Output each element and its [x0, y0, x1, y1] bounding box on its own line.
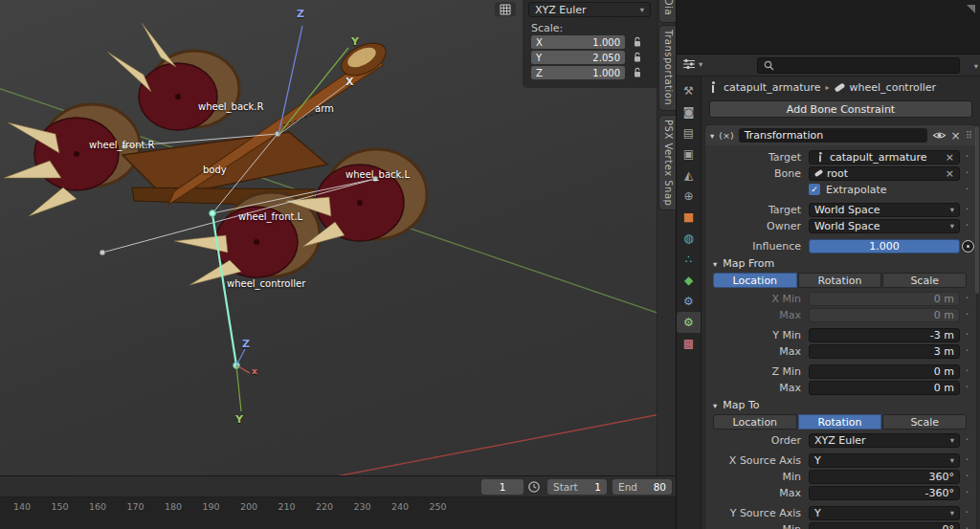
properties-header: ▾ ▾	[677, 55, 980, 77]
controller-bone-head[interactable]	[210, 210, 216, 217]
frame-end-field[interactable]: End 80	[612, 479, 672, 495]
clear-bone-icon[interactable]: ×	[946, 168, 954, 179]
map-from-max-field[interactable]: 0 m	[809, 381, 960, 395]
map-from-row: Max3 m·	[711, 343, 974, 359]
3d-viewport[interactable]: wheel_back.R arm wheel_front.R body whee…	[0, 0, 657, 475]
caret-down-icon: ▾	[950, 436, 954, 445]
properties-tab-view-layer[interactable]: ▣	[677, 143, 701, 165]
lock-icon[interactable]	[631, 51, 644, 64]
properties-tab-tool[interactable]: ⚒	[677, 80, 701, 101]
map-to-x-source-axis-dropdown[interactable]: Y▾	[809, 453, 960, 468]
map-from-tab-location[interactable]: Location	[713, 273, 797, 288]
properties-tab-particles[interactable]: ∴	[677, 249, 701, 270]
map-from-max-field[interactable]: 0 m	[809, 308, 960, 322]
map-from-header[interactable]: ▾ Map From	[713, 255, 974, 272]
map-to-order-dropdown[interactable]: XYZ Euler▾	[809, 433, 960, 448]
map-to-tab-rotation[interactable]: Rotation	[798, 414, 882, 430]
extrapolate-checkbox[interactable]: ✓	[809, 184, 820, 195]
animate-decorator-button[interactable]	[962, 240, 974, 253]
scale-x-field[interactable]: X 1.000	[531, 35, 625, 49]
properties-tab-render[interactable]: ◙	[677, 101, 701, 122]
map-to-tab-scale[interactable]: Scale	[882, 414, 967, 430]
properties-tab-bone-constraint[interactable]: ⚙	[677, 312, 701, 333]
properties-tab-world[interactable]: ⊕	[677, 186, 701, 207]
properties-tab-physics[interactable]: ◍	[677, 228, 701, 249]
drag-handle-icon[interactable]: ⠿	[966, 130, 971, 141]
lock-icon[interactable]	[631, 66, 644, 79]
breadcrumb-object[interactable]: catapult_armature	[724, 81, 821, 94]
filter-dropdown-button[interactable]: ▾	[963, 58, 978, 74]
scale-y-field[interactable]: Y 2.050	[531, 51, 625, 64]
breadcrumb-bone[interactable]: wheel_controller	[850, 81, 937, 94]
sidetab-display[interactable]: Dia	[658, 0, 676, 23]
wheel-back-right[interactable]	[139, 51, 239, 130]
target-value: catapult_armature	[830, 151, 927, 164]
delete-constraint-icon[interactable]: ×	[951, 130, 961, 142]
map-to-row: Min0°·	[711, 521, 974, 529]
search-input[interactable]	[757, 57, 960, 74]
bone-constraint-icon: ⚙	[683, 317, 694, 328]
properties-tab-output[interactable]: ▤	[677, 122, 701, 143]
current-frame-field[interactable]: 1	[481, 479, 523, 495]
map-to-row: Min360°·	[711, 469, 974, 484]
constraint-name: Transformation	[745, 129, 824, 142]
visibility-eye-icon[interactable]	[932, 130, 947, 141]
ruler-number: 150	[52, 501, 69, 512]
influence-slider[interactable]: 1.000	[809, 239, 960, 253]
clock-icon[interactable]	[527, 480, 541, 494]
sidetab-transportation[interactable]: Transportation	[658, 25, 676, 111]
expand-triangle-icon[interactable]: ▾	[710, 131, 714, 141]
map-to-min-field[interactable]: 360°	[809, 470, 960, 484]
scrollbar[interactable]	[975, 126, 979, 294]
map-to-max-field[interactable]: -360°	[809, 486, 960, 500]
map-from-tab-scale[interactable]: Scale	[882, 273, 967, 288]
add-bone-constraint-button[interactable]: Add Bone Constraint	[709, 100, 972, 118]
scale-z-field[interactable]: Z 1.000	[531, 66, 625, 79]
map-from-max-field[interactable]: 3 m	[809, 344, 960, 359]
clear-target-icon[interactable]: ×	[946, 152, 954, 163]
bone-field[interactable]: root ×	[809, 166, 960, 181]
timeline-ruler[interactable]: 140150160170180190200210220230240250	[0, 497, 676, 529]
constraint-name-field[interactable]: Transformation	[739, 128, 927, 143]
constraint-panel: ▾ (×) Transformation × ⠿ Target	[704, 124, 977, 529]
map-from-x-min-field[interactable]: 0 m	[809, 292, 960, 306]
editor-resize-corner[interactable]	[967, 5, 975, 13]
properties-tab-texture[interactable]: ▩	[677, 333, 701, 354]
map-to-min-field[interactable]: 0°	[809, 522, 960, 529]
field-label: Max	[711, 345, 809, 358]
map-from-y-min-field[interactable]: -3 m	[809, 328, 960, 342]
target-space-row: Target World Space ▾ ·	[711, 202, 974, 217]
target-field[interactable]: catapult_armature ×	[809, 150, 960, 165]
animate-dot: ·	[960, 454, 974, 466]
map-to-header[interactable]: ▾ Map To	[713, 397, 974, 413]
constraint-panel-header[interactable]: ▾ (×) Transformation × ⠿	[705, 125, 976, 145]
map-from-z-min-field[interactable]: 0 m	[809, 364, 960, 379]
sidetab-psx-vertex-snap[interactable]: PSX Vertex Snap	[658, 115, 676, 210]
bone-label-wheel-front-r: wheel_front.R	[89, 140, 155, 150]
rotation-mode-value: XYZ Euler	[535, 4, 587, 16]
map-to-tab-location[interactable]: Location	[713, 414, 797, 430]
map-to-y-source-axis-dropdown[interactable]: Y▾	[809, 506, 960, 520]
properties-tab-modifiers[interactable]: ⚙	[677, 291, 701, 312]
grid-icon[interactable]	[495, 2, 516, 16]
rotation-mode-dropdown[interactable]: XYZ Euler ▾	[528, 2, 651, 17]
map-from-tab-rotation[interactable]: Rotation	[798, 273, 882, 288]
owner-space-row: Owner World Space ▾ ·	[711, 218, 974, 233]
lock-icon[interactable]	[631, 35, 644, 49]
frame-start-field[interactable]: Start 1	[547, 479, 607, 495]
properties-tab-scene[interactable]: ◭	[677, 165, 701, 186]
properties-tab-object[interactable]: ■	[677, 207, 701, 228]
bone-row: Bone root × ·	[711, 165, 974, 181]
map-to-row: OrderXYZ Euler▾·	[711, 432, 974, 448]
editor-type-button[interactable]: ▾	[682, 58, 702, 70]
ruler-number: 180	[165, 501, 182, 512]
check-icon: ✓	[811, 185, 818, 194]
ruler-number: 210	[278, 501, 296, 512]
field-value: 0 m	[934, 293, 954, 305]
target-space-dropdown[interactable]: World Space ▾	[809, 203, 960, 217]
map-from-row: Z Min0 m·	[711, 364, 974, 379]
properties-tab-object-data[interactable]: ◆	[677, 270, 701, 291]
owner-space-dropdown[interactable]: World Space ▾	[809, 219, 960, 233]
view-layer-icon: ▣	[683, 148, 694, 160]
field-label: Y Source Axis	[711, 507, 809, 519]
